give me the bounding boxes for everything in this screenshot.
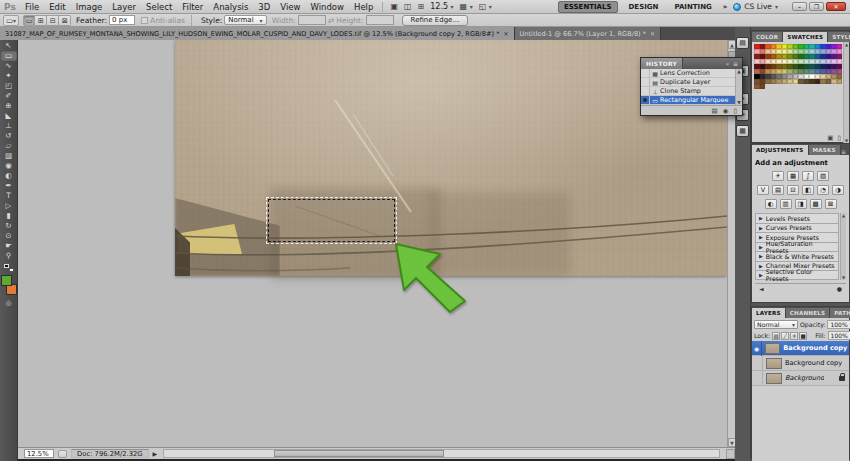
menu-item[interactable]: Edit [44,2,70,12]
color-swatch[interactable] [760,84,766,89]
layer-thumbnail[interactable] [766,373,782,384]
rectangle-tool[interactable]: ▮ [1,211,17,221]
opacity-value[interactable]: 100% [827,320,850,329]
document-tab[interactable]: 31087_MAP_OF_RUMSEY_MONTANA_SHOWING_LILY… [0,27,515,40]
rectangular-marquee-tool[interactable]: ▭ [1,51,17,61]
screen-mode-dropdown[interactable]: ◱ ▾ [476,2,495,11]
blend-mode-select[interactable]: Normal▾ [754,320,798,329]
quick-mask-button[interactable]: ◎ [2,299,16,308]
zoom-level-dropdown[interactable]: 12.5 ▾ [427,2,456,11]
hand-tool[interactable]: ☛ [1,241,17,251]
black-white-icon[interactable]: ◧ [802,185,814,195]
type-tool[interactable]: T [1,191,17,201]
default-colors-icon[interactable] [4,264,14,272]
window-resize-corner[interactable] [726,449,735,459]
close-button[interactable]: ✕ [826,2,846,11]
clone-stamp-tool[interactable]: ⊥ [1,121,17,131]
tool-preset-picker[interactable]: ▭ ▾ [3,15,19,26]
menu-item[interactable]: Image [71,2,108,12]
workspace-overflow-chevron[interactable]: » [723,3,728,11]
horizontal-scrollbar[interactable] [163,449,720,458]
lock-pixels-icon[interactable]: ╱ [781,332,789,340]
fill-value[interactable]: 100% [828,331,850,340]
preset-row[interactable]: ▶ Hue/Saturation Presets [755,242,839,252]
panel-tab[interactable]: LAYERS [752,308,786,318]
history-state-row[interactable]: ⊥ Clone Stamp [641,87,735,96]
preset-expand-icon[interactable]: ▶ [759,253,763,259]
launch-mini-bridge-icon[interactable]: ◫ [401,2,415,11]
layer-thumbnail[interactable] [766,358,782,369]
history-scrollbar[interactable]: ▲ ▼ [735,69,742,105]
lock-all-icon[interactable]: ■ [799,332,807,340]
menu-item[interactable]: Window [305,2,349,12]
view-extras-icon[interactable]: ⊞ [415,2,428,11]
preset-expand-icon[interactable]: ▶ [759,215,763,221]
clip-to-layer-icon[interactable]: ● [837,285,842,292]
blur-tool[interactable]: ◉ [1,161,17,171]
spot-healing-brush-tool[interactable]: ⊕ [1,101,17,111]
add-selection-mode[interactable]: ⊞ [35,15,47,26]
channel-mixer-icon[interactable]: ◑ [832,185,844,195]
photo-filter-icon[interactable]: ◔ [817,185,829,195]
launch-bridge-icon[interactable]: ▣ [387,2,401,11]
history-brush-source-box[interactable] [641,87,650,96]
lasso-tool[interactable]: ∿ [1,61,17,71]
levels-icon[interactable]: ▦ [787,171,799,181]
swatches-scrollbar[interactable]: ▲▼ [843,42,849,143]
panel-tab[interactable]: COLOR [752,32,783,42]
3d-camera-rotate-tool[interactable]: ⊙ [1,231,17,241]
lock-position-icon[interactable]: ✛ [790,332,798,340]
panel-tab[interactable]: MASKS [809,145,841,155]
layer-row[interactable]: Background [752,371,849,386]
eyedropper-tool[interactable]: ✐ [1,91,17,101]
tab-close-icon[interactable]: ✕ [650,30,655,37]
history-state-row[interactable]: ▤ Duplicate Layer [641,78,735,87]
intersect-selection-mode[interactable]: ⊠ [59,15,71,26]
preset-row[interactable]: ▶ Black & White Presets [755,251,839,261]
pen-tool[interactable]: ✒ [1,181,17,191]
menu-item[interactable]: Select [141,2,177,12]
arrange-documents-dropdown[interactable]: ▦ ▾ [457,2,476,11]
zoom-tool[interactable]: ⚲ [1,251,17,261]
posterize-icon[interactable]: ▥ [780,199,792,209]
refine-edge-button[interactable]: Refine Edge... [402,15,469,26]
height-input[interactable] [366,15,394,25]
preset-expand-icon[interactable]: ▶ [759,244,763,250]
restore-button[interactable]: ❐ [809,2,824,11]
brightness-contrast-icon[interactable]: ☀ [772,171,784,181]
threshold-icon[interactable]: ◨ [795,199,807,209]
delete-state-icon[interactable]: ▯ [733,107,737,115]
panel-tab[interactable]: STYLES [828,32,850,42]
scroll-down-arrow[interactable]: ▼ [728,438,735,447]
history-brush-tool[interactable]: ↺ [1,131,17,141]
foreground-color-swatch[interactable] [1,275,12,286]
dodge-tool[interactable]: ◐ [1,171,17,181]
panel-tab[interactable]: PATHS [830,308,850,318]
workspace-button[interactable]: PAINTING [669,2,716,12]
panel-tab[interactable]: ADJUSTMENTS [752,145,809,155]
curves-icon[interactable]: ∫ [802,171,814,181]
invert-icon[interactable]: ◐ [765,199,777,209]
history-state-row[interactable]: ▭ Rectangular Marquee [641,96,735,105]
presets-scrollbar[interactable]: ▲▼ [840,213,846,280]
menu-item[interactable]: Analysis [208,2,253,12]
selective-color-icon[interactable]: ⊠ [825,199,837,209]
color-balance-icon[interactable]: ⊟ [787,185,799,195]
preset-row[interactable]: ▶ Curves Presets [755,223,839,233]
3d-object-rotate-tool[interactable]: ↻ [1,221,17,231]
gradient-map-icon[interactable]: ▩ [810,199,822,209]
menu-item[interactable]: File [20,2,44,12]
history-panel-header[interactable]: HISTORY « ≡ [641,58,742,69]
subtract-selection-mode[interactable]: ⊟ [47,15,59,26]
new-swatch-icon[interactable]: ▣ [827,134,833,142]
menu-item[interactable]: View [275,2,305,12]
swap-dimensions-icon[interactable]: ⇄ [328,16,334,25]
history-collapse-menu-icons[interactable]: « ≡ [725,60,742,67]
history-brush-source-box[interactable] [641,96,650,105]
feather-input[interactable]: 0 px [109,15,135,25]
zoom-percent-field[interactable]: 12.5% [24,449,54,458]
layer-visibility-eye-icon[interactable] [752,356,763,371]
document-canvas-area[interactable]: ▲ ▼ [18,40,735,447]
brush-tool[interactable]: ◣ [1,111,17,121]
style-select[interactable]: Normal▾ [224,15,266,25]
